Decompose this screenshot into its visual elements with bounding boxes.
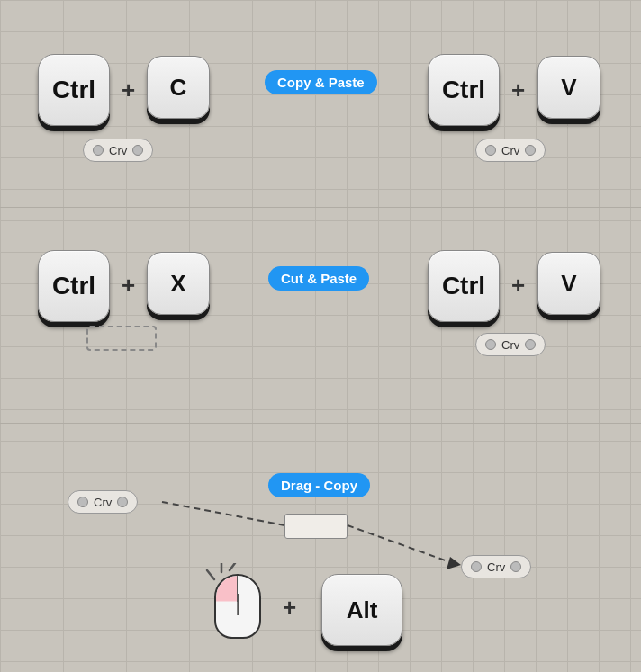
ctrl-key-paste-cut: Ctrl [428,250,500,322]
drag-arrow [0,423,641,672]
crv-node-source-copy: Crv [83,139,153,162]
alt-key: Alt [321,574,402,646]
plus-icon-cut-left: + [122,272,135,300]
plus-icon-drag: + [283,594,296,622]
svg-line-3 [207,570,214,579]
sparkle-svg [205,563,273,644]
crv-node-dest-cut: Crv [475,333,546,356]
svg-line-0 [162,502,284,525]
svg-line-5 [230,563,235,570]
cut-paste-badge: Cut & Paste [268,266,369,291]
crv-node-source-drag: Crv [68,490,138,514]
plus-icon-copy-left: + [122,76,135,104]
crv-node-dest-drag: Crv [461,555,531,578]
v-key-copy: V [537,56,600,119]
mouse-icon [214,574,261,639]
plus-icon-copy-right: + [511,76,525,104]
svg-line-1 [348,525,450,562]
ctrl-key-copy: Ctrl [38,54,110,126]
ctrl-key-paste-copy: Ctrl [428,54,500,126]
crv-node-dest-copy: Crv [475,139,546,162]
drag-mid-box [284,514,348,539]
ctrl-key-cut: Ctrl [38,250,110,322]
copy-paste-badge: Copy & Paste [265,70,377,94]
cut-source-placeholder [86,326,157,351]
divider-2 [0,423,641,424]
divider-1 [0,207,641,208]
v-key-cut: V [537,252,600,315]
drag-copy-badge: Drag - Copy [268,473,370,497]
svg-marker-2 [447,557,461,569]
x-key: X [147,252,210,315]
c-key: C [147,56,210,119]
plus-icon-cut-right: + [511,272,525,300]
